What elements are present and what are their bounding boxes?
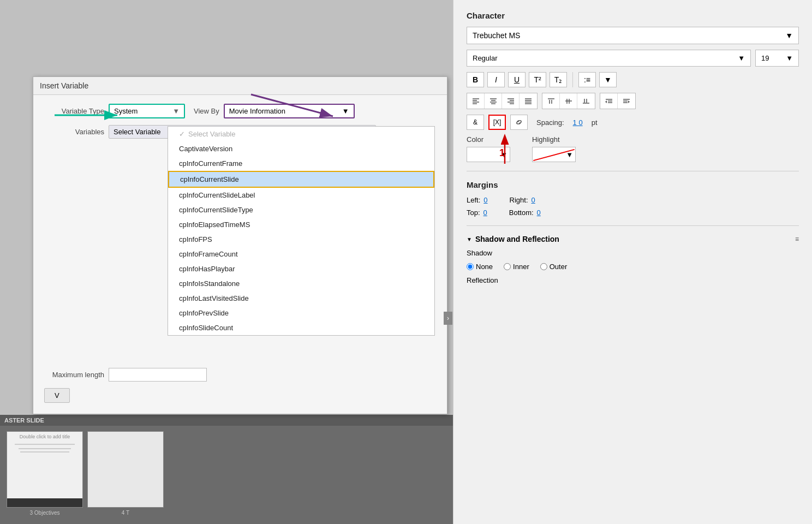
shadow-none-label: None bbox=[476, 263, 493, 271]
highlight-swatch[interactable]: ▼ bbox=[532, 147, 576, 162]
dropdown-item-8[interactable]: cpInfoHasPlaybar bbox=[168, 261, 434, 276]
shadow-inner-radio[interactable]: Inner bbox=[504, 263, 529, 271]
spacing-value[interactable]: 1 0 bbox=[573, 118, 583, 127]
right-panel: Character Trebuchet MS ▼ Regular ▼ 19 ▼ … bbox=[453, 0, 812, 524]
list-button[interactable]: :≡ bbox=[578, 72, 596, 87]
left-panel: 2 3 Insert Variable Variable Type System bbox=[0, 0, 453, 524]
text-align-group bbox=[467, 93, 538, 109]
dropdown-item-4[interactable]: cpInfoCurrentSlideType bbox=[168, 203, 434, 217]
margin-bottom: Bottom: 0 bbox=[509, 209, 541, 217]
highlight-group: Highlight ▼ bbox=[532, 135, 576, 162]
align-center-icon bbox=[489, 98, 498, 104]
link-button[interactable] bbox=[510, 115, 528, 130]
list-dropdown-button[interactable]: ▼ bbox=[599, 72, 617, 87]
shadow-none-radio[interactable]: None bbox=[467, 263, 493, 271]
slide-thumbnails: Double click to add title 3 Objectives 4… bbox=[0, 415, 170, 524]
dropdown-item-10[interactable]: cpInfoLastVisitedSlide bbox=[168, 291, 434, 306]
dropdown-item-3[interactable]: cpInfoCurrentSlideLabel bbox=[168, 188, 434, 203]
slide-thumb-2[interactable] bbox=[87, 431, 164, 508]
dialog-expand-btn[interactable]: › bbox=[444, 312, 452, 325]
shadow-label: Shadow bbox=[467, 249, 492, 257]
align-left-btn[interactable] bbox=[467, 93, 485, 109]
margin-top-label: Top: bbox=[467, 209, 480, 217]
max-length-row: Maximum length bbox=[44, 368, 436, 382]
spacing-unit: pt bbox=[592, 118, 598, 127]
font-style-dropdown[interactable]: Regular ▼ bbox=[467, 50, 751, 67]
margin-top-value[interactable]: 0 bbox=[483, 209, 487, 217]
link-icon bbox=[515, 118, 523, 126]
vertical-align-group bbox=[542, 93, 595, 109]
format-row: B I U T² T₂ :≡ ▼ bbox=[467, 72, 799, 87]
shadow-outer-input[interactable] bbox=[540, 263, 547, 270]
italic-button[interactable]: I bbox=[487, 72, 505, 87]
slide-dark-bar bbox=[7, 498, 82, 507]
dropdown-item-9[interactable]: cpInfoIsStandalone bbox=[168, 276, 434, 291]
indent-group bbox=[600, 93, 636, 109]
margin-bottom-value[interactable]: 0 bbox=[537, 209, 541, 217]
slide-label-2: 4 T bbox=[122, 510, 129, 516]
highlight-label: Highlight bbox=[532, 135, 576, 144]
font-size-dropdown[interactable]: 19 ▼ bbox=[755, 50, 799, 67]
font-family-dropdown[interactable]: Trebuchet MS ▼ bbox=[467, 27, 799, 44]
dropdown-item-placeholder[interactable]: Select Variable bbox=[168, 127, 434, 141]
font-size-arrow: ▼ bbox=[786, 54, 793, 62]
align-right-btn[interactable] bbox=[502, 93, 520, 109]
dropdown-item-1[interactable]: cpInfoCurrentFrame bbox=[168, 156, 434, 171]
shadow-radio-row: None Inner Outer bbox=[467, 263, 799, 271]
variable-type-arrow: ▼ bbox=[172, 107, 180, 115]
align-justify-btn[interactable] bbox=[520, 93, 537, 109]
shadow-inner-input[interactable] bbox=[504, 263, 511, 270]
dropdown-item-5[interactable]: cpInfoElapsedTimeMS bbox=[168, 217, 434, 232]
margins-row-2: Top: 0 Bottom: 0 bbox=[467, 209, 799, 217]
underline-button[interactable]: U bbox=[508, 72, 526, 87]
font-style-row: Regular ▼ 19 ▼ bbox=[467, 50, 799, 67]
svg-marker-32 bbox=[605, 100, 607, 103]
bold-button[interactable]: B bbox=[467, 72, 484, 87]
shadow-outer-radio[interactable]: Outer bbox=[540, 263, 568, 271]
dropdown-item-7[interactable]: cpInfoFrameCount bbox=[168, 247, 434, 261]
margin-right: Right: 0 bbox=[510, 196, 535, 204]
margin-right-label: Right: bbox=[510, 196, 528, 204]
margin-left-value[interactable]: 0 bbox=[483, 196, 487, 204]
max-length-input[interactable] bbox=[109, 368, 207, 382]
margin-left: Left: 0 bbox=[467, 196, 488, 204]
margin-bottom-label: Bottom: bbox=[509, 209, 534, 217]
dropdown-item-selected[interactable]: cpInfoCurrentSlide bbox=[168, 171, 434, 188]
shadow-none-input[interactable] bbox=[467, 263, 474, 270]
dropdown-item-12[interactable]: cpInfoSlideCount bbox=[168, 320, 434, 335]
view-by-label: View By bbox=[194, 107, 219, 115]
spacing-label: Spacing: bbox=[536, 118, 564, 127]
shadow-inner-label: Inner bbox=[513, 263, 529, 271]
slide-thumb-1[interactable]: Double click to add title bbox=[7, 431, 83, 508]
subscript-button[interactable]: T₂ bbox=[550, 72, 567, 87]
font-size-value: 19 bbox=[761, 54, 769, 62]
align-center-btn[interactable] bbox=[485, 93, 502, 109]
indent-decrease-icon bbox=[605, 98, 613, 104]
valign-top-btn[interactable] bbox=[542, 93, 560, 109]
dropdown-item-11[interactable]: cpInfoPrevSlide bbox=[168, 306, 434, 320]
ampersand-button[interactable]: & bbox=[467, 115, 484, 130]
indent-increase-btn[interactable] bbox=[618, 93, 635, 109]
collapse-icon[interactable]: ▼ bbox=[467, 236, 472, 242]
svg-line-3 bbox=[251, 94, 333, 116]
dialog-btn-row: V bbox=[44, 388, 436, 405]
dropdown-item-0[interactable]: CaptivateVersion bbox=[168, 141, 434, 156]
superscript-button[interactable]: T² bbox=[529, 72, 546, 87]
dropdown-item-6[interactable]: cpInfoFPS bbox=[168, 232, 434, 247]
valign-bottom-btn[interactable] bbox=[577, 93, 595, 109]
variable-button[interactable]: [X] bbox=[488, 115, 506, 130]
margin-right-value[interactable]: 0 bbox=[532, 196, 535, 204]
ok-button[interactable]: V bbox=[44, 388, 70, 403]
font-style-value: Regular bbox=[473, 54, 498, 62]
valign-middle-btn[interactable] bbox=[560, 93, 577, 109]
special-row: & [X] Spacing: 1 0 pt 1 bbox=[467, 115, 799, 130]
shadow-menu-icon[interactable]: ≡ bbox=[795, 235, 799, 243]
indent-decrease-btn[interactable] bbox=[600, 93, 618, 109]
slide-label-1: 3 Objectives bbox=[29, 510, 59, 516]
shadow-row: Shadow bbox=[467, 249, 799, 257]
valign-top-icon bbox=[547, 98, 556, 104]
align-row bbox=[467, 93, 799, 109]
align-right-icon bbox=[506, 98, 515, 104]
section-divider-1 bbox=[467, 171, 799, 171]
insert-variable-dialog: Insert Variable Variable Type System ▼ V… bbox=[33, 76, 447, 414]
